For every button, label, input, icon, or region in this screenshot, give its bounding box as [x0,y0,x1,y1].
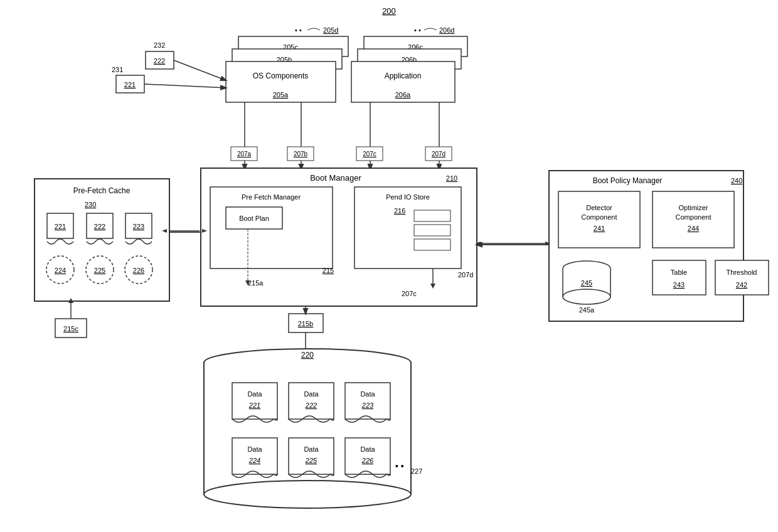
label-232: 232 [154,41,165,49]
label-241: 241 [594,225,605,232]
label-207d-lower: 207d [458,271,473,279]
data-box-222 [289,383,334,419]
label-optimizer-component2: Component [676,213,711,221]
label-207b: 207b [294,151,308,157]
label-215: 215 [322,267,334,274]
label-205d-dots: • • [295,26,302,34]
label-cache-224: 224 [55,267,66,274]
label-boot-plan: Boot Plan [239,215,269,222]
label-243: 243 [673,281,685,289]
label-244: 244 [688,225,699,232]
label-206d-dots: • • [414,26,421,34]
label-207a: 207a [237,151,252,157]
data-box-224 [232,438,277,474]
io-item-1 [414,210,450,221]
label-cache-223: 223 [133,223,144,230]
label-pre-fetch-manager: Pre Fetch Manager [242,193,301,201]
label-optimizer-component: Optimizer [678,204,708,211]
label-205a: 205a [273,91,289,98]
label-242: 242 [736,281,747,289]
label-207c: 207c [363,151,376,157]
label-data3: Data [360,390,375,398]
label-cache-225: 225 [94,267,105,274]
label-207d: 207d [432,151,445,157]
data-box-223 [345,383,390,419]
label-boot-policy-manager: Boot Policy Manager [593,176,663,185]
io-item-3 [414,239,450,250]
io-item-2 [414,225,450,236]
label-data-225: 225 [305,457,317,464]
label-227: 227 [411,467,422,475]
storage-bottom [204,481,411,508]
label-threshold: Threshold [727,269,757,276]
label-216: 216 [394,207,405,215]
label-231: 231 [112,66,123,73]
label-boot-manager: Boot Manager [310,173,361,183]
db-bottom-245 [563,289,610,304]
label-detector-component2: Component [582,213,617,221]
data-box-226 [345,438,390,474]
label-pend-io-store: Pend IO Store [386,193,430,201]
label-data-224: 224 [248,457,260,464]
arrow-221-to-os [144,84,226,88]
label-cache-222: 222 [94,223,105,230]
data-box-225 [289,438,334,474]
label-data6: Data [360,445,375,453]
diagram-svg: 200 • • 205d 205c 205b OS Components 205… [0,0,778,532]
arrow-222-to-os [174,60,226,80]
label-207c-lower: 207c [402,290,417,297]
label-data4: Data [247,445,262,453]
label-205d: 205d [323,26,338,34]
label-215c: 215c [63,325,78,332]
label-220: 220 [301,351,314,359]
label-230: 230 [85,201,96,208]
label-245: 245 [581,279,592,287]
label-206a: 206a [395,91,411,98]
label-os-components: OS Components [253,72,309,80]
label-cache-226: 226 [133,267,144,274]
label-data-221: 221 [248,402,260,409]
label-215b: 215b [298,320,313,327]
label-data-226: 226 [361,457,374,464]
label-222-top: 222 [154,57,165,65]
diagram-title: 200 [382,6,396,16]
label-table: Table [671,269,687,276]
label-data-222: 222 [305,402,317,409]
label-210: 210 [446,174,457,182]
label-data-223: 223 [361,402,374,409]
label-cache-221: 221 [55,223,66,230]
label-240: 240 [731,177,742,184]
label-206d: 206d [439,26,454,34]
label-245a: 245a [579,306,595,314]
box-threshold [715,260,769,295]
label-215a: 215a [248,279,264,287]
label-221-top: 221 [124,81,136,88]
label-dots-227: • • [395,461,404,471]
label-data5: Data [304,445,319,453]
data-box-221 [232,383,277,419]
box-table [653,260,706,295]
label-detector-component: Detector [586,204,612,211]
label-pre-fetch-cache: Pre-Fetch Cache [73,186,131,195]
label-data: Data [247,390,262,398]
label-application: Application [385,72,422,80]
label-data2: Data [304,390,319,398]
